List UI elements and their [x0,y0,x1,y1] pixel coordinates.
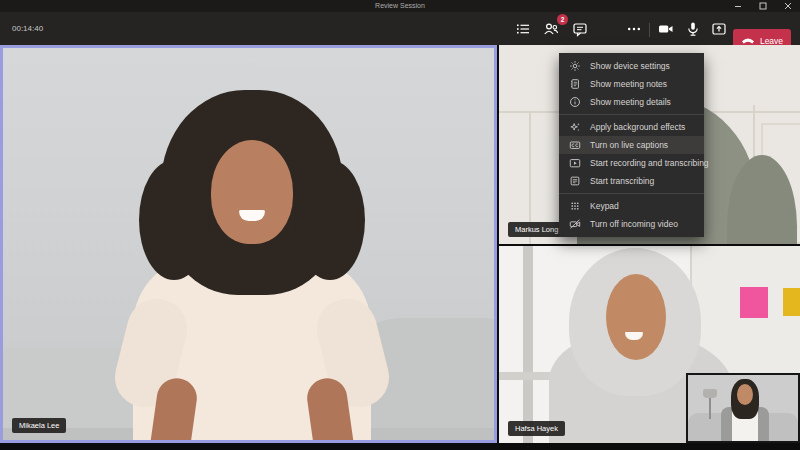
share-screen-button[interactable] [707,17,731,41]
menu-divider [559,114,704,115]
close-button[interactable] [775,0,800,12]
menu-item-label: Keypad [590,201,619,211]
window-frame-art [523,246,533,443]
record-icon [569,157,581,169]
roster-list-button[interactable] [511,17,535,41]
lamp-art [709,397,711,419]
video-tile-mikaela-lee[interactable]: Mikaela Lee [0,45,497,443]
camera-off-icon [569,218,581,230]
participants-button[interactable]: 2 [539,17,563,41]
person-face-art [211,140,293,244]
menu-item-turn-off-incoming-video[interactable]: Turn off incoming video [559,215,704,233]
gear-icon [569,60,581,72]
menu-item-start-transcribing[interactable]: Start transcribing [559,172,704,190]
menu-item-show-meeting-details[interactable]: Show meeting details [559,93,704,111]
minimize-icon [734,2,742,10]
roster-list-icon [515,21,531,37]
menu-item-label: Show meeting notes [590,79,667,89]
meeting-notes-icon [569,78,581,90]
participant-name-label: Hafsa Hayek [508,421,565,436]
info-icon [569,96,581,108]
camera-icon [658,21,674,37]
menu-item-show-meeting-notes[interactable]: Show meeting notes [559,75,704,93]
menu-item-start-recording-and-transcribing[interactable]: Start recording and transcribing [559,154,704,172]
chat-button[interactable] [568,17,592,41]
menu-item-keypad[interactable]: Keypad [559,197,704,215]
camera-button[interactable] [654,17,678,41]
more-icon [626,21,642,37]
bottom-edge [0,443,800,450]
more-options-menu: Show device settings Show meeting notes … [559,53,704,237]
transcribe-icon [569,175,581,187]
background-effects-icon [569,121,581,133]
menu-item-show-device-settings[interactable]: Show device settings [559,57,704,75]
menu-item-label: Turn on live captions [590,140,668,150]
menu-item-apply-background-effects[interactable]: Apply background effects [559,118,704,136]
self-view-pip[interactable] [686,373,800,443]
toolbar-divider [649,23,650,37]
menu-item-label: Start transcribing [590,176,654,186]
sticky-note-pink [740,287,768,318]
video-tile-hafsa-hayek[interactable]: Hafsa Hayek [499,246,800,443]
share-screen-icon [711,21,727,37]
menu-divider [559,193,704,194]
menu-item-label: Show device settings [590,61,670,71]
menu-item-label: Apply background effects [590,122,685,132]
menu-item-label: Start recording and transcribing [590,158,709,168]
participants-icon [543,21,559,37]
participant-name-label: Markus Long [508,222,565,237]
microphone-icon [685,21,701,37]
person-face-art [606,274,666,360]
leave-button-label: Leave [760,36,783,46]
maximize-icon [759,2,767,10]
titlebar: Review Session [0,0,800,12]
close-icon [784,2,792,10]
meeting-toolbar: 00:14:40 2 Leave [0,12,800,45]
menu-item-label: Show meeting details [590,97,671,107]
microphone-button[interactable] [681,17,705,41]
maximize-button[interactable] [750,0,775,12]
meeting-window: Review Session 00:14:40 2 [0,0,800,450]
chat-icon [572,21,588,37]
more-options-button[interactable] [622,17,646,41]
lamp-art [703,389,717,398]
menu-item-label: Turn off incoming video [590,219,678,229]
window-title: Review Session [0,0,800,12]
minimize-button[interactable] [725,0,750,12]
keypad-icon [569,200,581,212]
window-controls [725,0,800,12]
participants-badge: 2 [557,14,568,25]
person-face-art [737,384,753,405]
meeting-timer: 00:14:40 [12,12,43,45]
live-captions-icon [569,139,581,151]
participant-name-label: Mikaela Lee [12,418,66,433]
sticky-note-yellow [783,288,800,316]
menu-item-turn-on-live-captions[interactable]: Turn on live captions [559,136,704,154]
